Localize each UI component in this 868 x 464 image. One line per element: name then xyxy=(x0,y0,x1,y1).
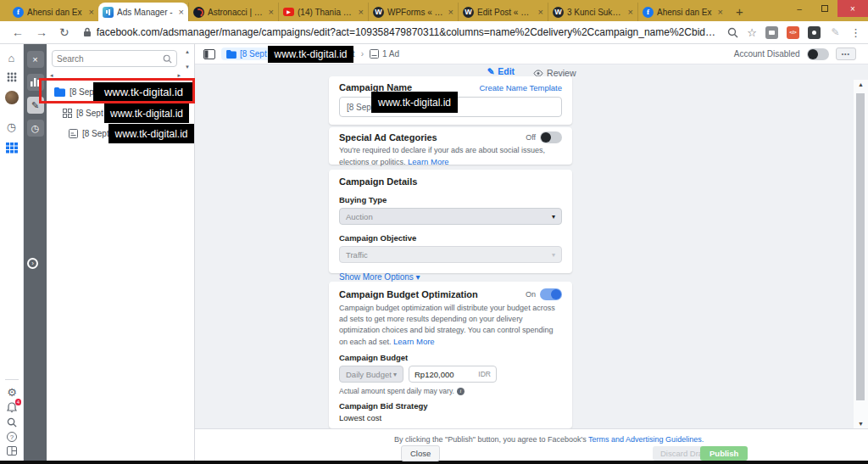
search-icon[interactable] xyxy=(7,417,17,428)
terms-text: By clicking the "Publish" button, you ag… xyxy=(394,435,704,444)
facebook-icon: f xyxy=(643,7,654,18)
tree-search[interactable] xyxy=(52,50,177,67)
budget-amount-input[interactable]: Rp120,000 IDR xyxy=(409,366,497,383)
expand-panel-handle[interactable]: › xyxy=(27,258,38,269)
campaign-objective-dropdown[interactable]: Traffic ▾ xyxy=(339,246,562,263)
extensions-puzzle-icon[interactable] xyxy=(808,26,821,39)
collapse-sidebar-icon[interactable] xyxy=(203,49,215,59)
watermark-label: www.tk-digital.id xyxy=(268,46,353,63)
tab-title: 3 Kunci Sukses xyxy=(567,8,625,17)
minimize-button[interactable]: – xyxy=(787,0,812,17)
youtube-icon: ▶ xyxy=(283,8,294,16)
tab-ads-manager[interactable]: Ads Manager - × xyxy=(98,3,188,21)
cbo-toggle[interactable] xyxy=(540,288,562,300)
ads-manager-tool-rail: × ✎ ◷ xyxy=(24,44,47,461)
charts-button[interactable] xyxy=(27,74,44,91)
ad-icon xyxy=(69,129,78,138)
close-tab-icon[interactable]: × xyxy=(628,7,633,17)
campaign-details-title: Campaign Details xyxy=(339,176,562,187)
scroll-down-icon[interactable]: ▼ xyxy=(185,64,190,70)
currency-label: IDR xyxy=(478,370,491,378)
apps-grid-icon[interactable] xyxy=(7,72,17,82)
close-panel-button[interactable]: × xyxy=(27,51,44,68)
budget-type-dropdown[interactable]: Daily Budget ▾ xyxy=(339,366,403,383)
maximize-button[interactable] xyxy=(812,0,837,17)
search-input[interactable] xyxy=(57,54,159,64)
avatar[interactable] xyxy=(5,91,19,104)
tab-facebook-1[interactable]: f Ahensi dan Ex × xyxy=(8,3,98,21)
bookmark-star-icon[interactable]: ☆ xyxy=(747,26,757,39)
header-more-button[interactable]: ••• xyxy=(836,48,856,60)
omnibox[interactable]: facebook.com/adsmanager/manage/campaigns… xyxy=(83,26,723,38)
back-icon[interactable]: ← xyxy=(12,25,24,39)
close-tab-icon[interactable]: × xyxy=(448,7,453,17)
pen-extension-icon[interactable]: ✎ xyxy=(829,26,842,39)
tree-vertical-scrollbar[interactable]: ▲ ▼ xyxy=(183,49,192,70)
create-name-template-link[interactable]: Create Name Template xyxy=(479,83,562,92)
close-tab-icon[interactable]: × xyxy=(179,7,184,17)
learn-more-link[interactable]: Learn More xyxy=(408,157,449,166)
special-ad-toggle[interactable] xyxy=(540,131,562,143)
forward-icon[interactable]: → xyxy=(36,25,47,39)
reload-icon[interactable]: ↻ xyxy=(59,25,70,39)
browse-pages-icon[interactable] xyxy=(7,446,17,456)
scroll-right-icon[interactable]: ▸ xyxy=(177,72,181,79)
zoom-icon[interactable] xyxy=(727,27,738,38)
campaign-objective-value: Traffic xyxy=(346,250,368,260)
close-tab-icon[interactable]: × xyxy=(269,7,274,17)
wordpress-icon: W xyxy=(373,7,384,18)
settings-gear-icon[interactable]: ⚙ xyxy=(7,387,17,398)
divider xyxy=(5,379,19,380)
chat-extension-icon[interactable] xyxy=(765,26,778,39)
home-icon[interactable]: ⌂ xyxy=(8,53,15,64)
publish-button[interactable]: Publish xyxy=(700,446,748,461)
tab-wpforms[interactable]: W WPForms « — V × xyxy=(368,3,458,21)
campaign-details-card: Campaign Details Buying Type Auction ▾ C… xyxy=(329,170,572,273)
help-icon[interactable]: ? xyxy=(7,432,17,442)
code-extension-icon[interactable]: </> xyxy=(787,26,799,39)
watermark-label: www.tk-digital.id xyxy=(104,103,189,123)
close-tab-icon[interactable]: × xyxy=(538,7,543,17)
scroll-down-icon[interactable]: ▼ xyxy=(854,421,868,427)
watermark-label: www.tk-digital.id xyxy=(93,82,194,102)
scrollbar-thumb[interactable] xyxy=(856,93,865,400)
buying-type-dropdown[interactable]: Auction ▾ xyxy=(339,208,562,225)
edit-pencil-button[interactable]: ✎ xyxy=(27,97,44,114)
chevron-down-icon: ▾ xyxy=(552,213,555,221)
close-tab-icon[interactable]: × xyxy=(89,7,94,17)
notifications-bell-icon[interactable]: 4 xyxy=(7,402,17,413)
tab-facebook-2[interactable]: f Ahensi dan Ex × xyxy=(637,3,727,21)
tab-title: (14) Thania Kus xyxy=(298,8,355,17)
url-text[interactable]: facebook.com/adsmanager/manage/campaigns… xyxy=(97,26,723,38)
ads-manager-icon xyxy=(103,7,114,18)
close-tab-icon[interactable]: × xyxy=(718,7,723,17)
terms-link[interactable]: Terms and Advertising Guidelines. xyxy=(588,435,704,444)
tab-edit-post[interactable]: W Edit Post « — V × xyxy=(458,3,548,21)
tab-3-kunci[interactable]: W 3 Kunci Sukses × xyxy=(548,3,637,21)
browser-menu-icon[interactable]: ⋮ xyxy=(850,26,861,39)
new-tab-button[interactable]: + xyxy=(736,4,743,21)
history-clock-button[interactable]: ◷ xyxy=(27,120,44,137)
breadcrumb-ad[interactable]: 1 Ad xyxy=(370,49,399,59)
tab-title: Ahensi dan Ex xyxy=(27,8,86,17)
tab-youtube[interactable]: ▶ (14) Thania Kus × xyxy=(278,3,368,21)
close-tab-icon[interactable]: × xyxy=(359,7,364,17)
tab-astronacci[interactable]: Astronacci | Sto × xyxy=(188,3,278,21)
ads-manager-table-icon[interactable] xyxy=(6,143,18,154)
close-button[interactable]: Close xyxy=(401,445,440,461)
learn-more-link[interactable]: Learn More xyxy=(393,337,435,346)
close-window-button[interactable]: × xyxy=(837,0,868,17)
buying-type-value: Auction xyxy=(346,212,373,221)
scroll-up-icon[interactable]: ▲ xyxy=(854,81,868,87)
tab-edit-label: Edit xyxy=(498,66,515,76)
scroll-left-icon[interactable]: ◂ xyxy=(50,72,53,79)
info-icon[interactable]: i xyxy=(457,388,465,395)
cbo-description: Campaign budget optimization will distri… xyxy=(339,304,555,346)
main-vertical-scrollbar[interactable]: ▲ ▼ xyxy=(854,80,868,428)
recent-clock-icon[interactable]: ◷ xyxy=(7,121,16,132)
tree-horizontal-scrollbar[interactable]: ◂ ▸ xyxy=(50,72,181,79)
show-more-options-link[interactable]: Show More Options ▾ xyxy=(339,272,562,282)
scroll-up-icon[interactable]: ▲ xyxy=(185,49,190,54)
ad-set-icon xyxy=(63,109,72,118)
account-status-toggle[interactable] xyxy=(807,48,829,60)
